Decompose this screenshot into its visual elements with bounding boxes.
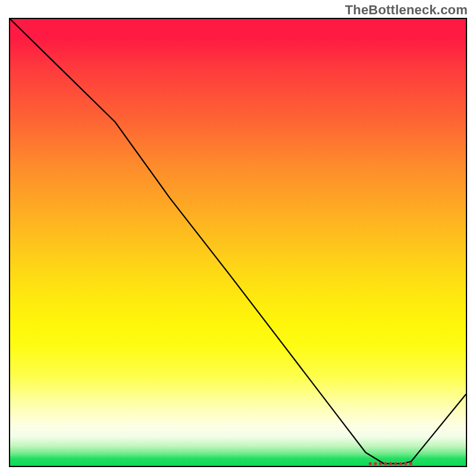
watermark-text: TheBottleneck.com <box>345 2 468 18</box>
chart-container: TheBottleneck.com <box>0 0 476 476</box>
line-plot-svg <box>10 19 466 466</box>
bottleneck-curve <box>10 19 466 464</box>
chart-frame <box>9 18 467 467</box>
